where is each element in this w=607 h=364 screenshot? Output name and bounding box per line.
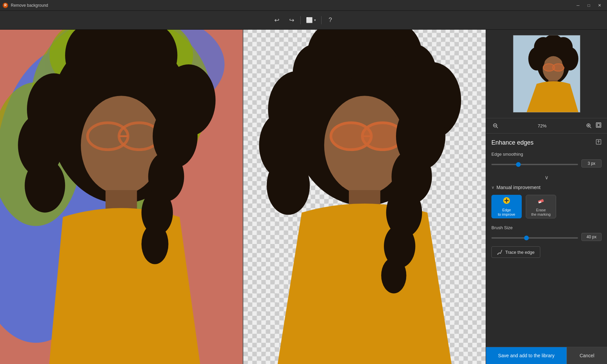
trace-edge-label: Trace the edge (505, 250, 535, 255)
svg-point-11 (50, 33, 193, 204)
svg-point-3 (45, 30, 224, 118)
zoom-controls: 72% (486, 118, 607, 133)
svg-point-21 (153, 105, 198, 168)
manual-improvement-header[interactable]: ∨ Manual improvement (491, 185, 602, 190)
svg-point-25 (65, 30, 115, 87)
preview-image (513, 35, 580, 113)
view-dropdown-icon: ▾ (314, 18, 316, 22)
svg-rect-76 (597, 124, 600, 126)
expand-button[interactable]: ∨ (545, 174, 549, 181)
export-icon (596, 139, 602, 145)
zoom-in-button[interactable] (585, 122, 593, 130)
manual-improvement-section: ∨ Manual improvement (491, 185, 602, 258)
svg-point-84 (497, 254, 498, 255)
maximize-button[interactable]: □ (584, 2, 594, 9)
enhance-edges-title: Enhance edges (491, 139, 534, 146)
svg-point-38 (331, 123, 371, 150)
title-bar-left: R Remove background (3, 3, 48, 8)
fit-to-screen-button[interactable] (596, 122, 602, 129)
preview-area (486, 30, 607, 118)
app-title: Remove background (11, 3, 48, 8)
save-button[interactable]: Save and add to the library (486, 347, 567, 364)
canvas-panel-right[interactable] (243, 30, 486, 364)
svg-point-41 (268, 71, 326, 148)
brush-size-slider-container (491, 234, 578, 240)
svg-point-44 (403, 62, 461, 139)
canvas-panel-left[interactable] (0, 30, 243, 364)
manual-improvement-chevron: ∨ (491, 185, 494, 190)
redo-button[interactable]: ↪ (285, 14, 298, 26)
svg-line-72 (590, 127, 591, 128)
svg-point-6 (0, 82, 81, 226)
view-button[interactable]: ⬜ ▾ (303, 16, 318, 25)
svg-point-12 (81, 96, 162, 194)
trace-edge-icon (497, 249, 503, 255)
toolbar-separator-1 (300, 16, 301, 24)
brush-size-group: Brush Size 40 px (491, 225, 602, 241)
edge-to-improve-button[interactable]: Edge to improve (491, 195, 522, 218)
close-button[interactable]: ✕ (595, 2, 604, 9)
cancel-button[interactable]: Cancel (567, 347, 607, 364)
main-layout: 72% Enhance edges (0, 30, 607, 364)
edge-smoothing-slider-container (491, 160, 578, 166)
svg-rect-32 (243, 30, 486, 364)
svg-rect-75 (596, 123, 601, 127)
bottom-buttons: Save and add to the library Cancel (486, 347, 607, 364)
eraser-icon (537, 196, 545, 205)
svg-point-9 (139, 257, 175, 321)
svg-point-47 (386, 188, 422, 237)
svg-point-34 (324, 96, 405, 194)
edge-smoothing-label: Edge smoothing (491, 152, 602, 157)
zoom-out-icon (493, 123, 498, 128)
svg-point-42 (259, 112, 308, 179)
expand-row: ∨ (491, 173, 602, 185)
enhance-section: Enhance edges Edge smoothing 3 px (486, 133, 607, 263)
brush-size-slider[interactable] (491, 237, 578, 239)
minimize-button[interactable]: ─ (573, 2, 583, 9)
app-icon: R (3, 3, 8, 8)
svg-line-69 (496, 127, 498, 128)
edge-smoothing-value: 3 px (581, 159, 602, 168)
trace-edge-button[interactable]: Trace the edge (491, 246, 540, 258)
svg-point-46 (391, 150, 432, 204)
left-canvas-svg (0, 30, 243, 364)
undo-button[interactable]: ↩ (271, 14, 283, 26)
svg-point-19 (25, 159, 65, 213)
sidebar: 72% Enhance edges (486, 30, 607, 364)
erase-marking-button[interactable]: Erase the marking (526, 195, 556, 218)
enhance-edges-export-button[interactable] (596, 139, 602, 146)
zoom-in-icon (586, 123, 591, 128)
zoom-value: 72% (502, 123, 582, 128)
svg-point-43 (267, 156, 310, 215)
svg-point-48 (384, 225, 415, 268)
svg-point-2 (0, 163, 94, 343)
toolbar-separator-2 (321, 16, 322, 24)
edge-smoothing-slider-row: 3 px (491, 159, 602, 168)
svg-point-22 (148, 152, 184, 202)
erase-marking-label: Erase the marking (531, 208, 550, 217)
help-button[interactable]: ? (324, 14, 336, 26)
svg-point-20 (162, 64, 216, 136)
svg-point-54 (391, 44, 436, 102)
zoom-out-button[interactable] (491, 122, 499, 130)
svg-point-1 (0, 47, 148, 298)
svg-point-53 (293, 44, 337, 102)
fit-screen-icon (596, 122, 602, 128)
toolbar: ↩ ↪ ⬜ ▾ ? (0, 11, 607, 30)
edge-smoothing-group: Edge smoothing 3 px (491, 152, 602, 168)
svg-rect-35 (349, 190, 380, 217)
svg-point-67 (554, 37, 572, 57)
svg-point-4 (31, 30, 211, 177)
svg-point-50 (307, 30, 359, 88)
svg-point-18 (18, 114, 63, 177)
edge-to-improve-label: Edge to improve (498, 208, 515, 217)
canvas-area (0, 30, 486, 364)
svg-point-15 (119, 123, 159, 150)
svg-point-8 (121, 181, 175, 289)
svg-rect-13 (105, 190, 137, 217)
title-bar-controls: ─ □ ✕ (573, 2, 604, 9)
svg-point-49 (381, 257, 406, 294)
edge-smoothing-slider[interactable] (491, 164, 578, 165)
svg-point-14 (88, 123, 128, 150)
view-icon: ⬜ (306, 17, 313, 23)
